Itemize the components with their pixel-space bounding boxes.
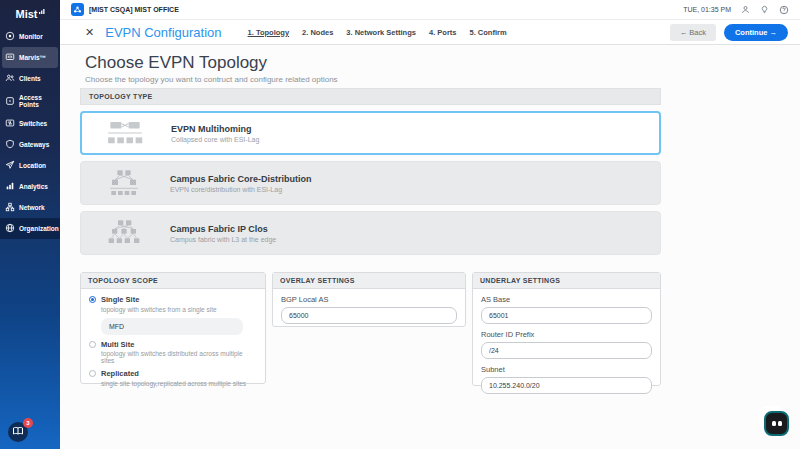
radio-button-icon[interactable]: [89, 296, 96, 303]
assistant-robot-button[interactable]: [764, 411, 789, 436]
documentation-button[interactable]: 3: [8, 422, 28, 442]
radio-description: topology with switches distributed acros…: [101, 350, 257, 364]
topology-scope-header: TOPOLOGY SCOPE: [81, 273, 265, 289]
account-icon[interactable]: [741, 5, 750, 14]
ip-clos-icon: [98, 219, 150, 247]
radio-multi-site[interactable]: Multi Site topology with switches distri…: [89, 340, 257, 365]
robot-eye-icon: [772, 421, 776, 426]
gateways-icon: [5, 139, 15, 150]
sidebar-item-label: Access Points: [19, 94, 55, 108]
book-icon: [12, 423, 24, 441]
bgp-local-as-input[interactable]: [281, 307, 457, 324]
step-network-settings[interactable]: 3. Network Settings: [346, 28, 416, 37]
card-campus-fabric-core-distribution[interactable]: Campus Fabric Core-Distribution EVPN cor…: [80, 161, 661, 205]
sidebar-item-label: Monitor: [19, 33, 43, 40]
card-subtitle: EVPN core/distribution with ESI-Lag: [170, 186, 312, 193]
wizard-actions: ← Back Continue →: [670, 24, 788, 41]
as-base-input[interactable]: [481, 307, 652, 324]
subnet-input[interactable]: [481, 377, 652, 394]
field-label: BGP Local AS: [281, 295, 457, 304]
sidebar-item-switches[interactable]: Switches: [0, 113, 60, 134]
step-topology[interactable]: 1. Topology: [248, 28, 290, 37]
step-nodes[interactable]: 2. Nodes: [302, 28, 333, 37]
card-text: EVPN Multihoming Collapsed core with ESI…: [171, 124, 259, 143]
wizard-steps: 1. Topology 2. Nodes 3. Network Settings…: [248, 28, 507, 37]
org-switcher[interactable]: [MIST CSQA] MIST OFFICE: [71, 3, 179, 16]
core-distribution-icon: [98, 169, 150, 197]
card-subtitle: Campus fabric with L3 at the edge: [170, 236, 276, 243]
topology-scope-body: Single Site topology with switches from …: [81, 289, 265, 393]
sidebar-item-monitor[interactable]: Monitor: [0, 26, 60, 47]
monitor-icon: [5, 31, 15, 42]
wizard-title: EVPN Configuration: [105, 25, 221, 40]
access-points-icon: [5, 96, 15, 107]
topbar-right: TUE, 01:35 PM: [683, 5, 789, 15]
sidebar-item-network[interactable]: Network: [0, 197, 60, 218]
wizard-header: ✕ EVPN Configuration 1. Topology 2. Node…: [60, 20, 800, 45]
location-icon: [5, 160, 15, 171]
radio-label: Single Site: [101, 295, 217, 304]
sidebar-item-label: Location: [19, 162, 46, 169]
radio-description: single site topology,replicated across m…: [101, 380, 246, 387]
radio-replicated[interactable]: Replicated single site topology,replicat…: [89, 369, 257, 387]
field-bgp-local-as: BGP Local AS: [281, 295, 457, 324]
org-name: [MIST CSQA] MIST OFFICE: [89, 6, 179, 13]
overlay-settings-panel: OVERLAY SETTINGS BGP Local AS: [272, 272, 466, 327]
sidebar-item-label: Organization: [19, 225, 59, 232]
help-icon[interactable]: [779, 5, 789, 15]
sidebar-item-gateways[interactable]: Gateways: [0, 134, 60, 155]
close-icon[interactable]: ✕: [85, 27, 94, 38]
topology-type-section: TOPOLOGY TYPE EVPN Multihoming Collapsed…: [80, 88, 661, 255]
card-title: EVPN Multihoming: [171, 124, 259, 134]
topology-type-header: TOPOLOGY TYPE: [80, 88, 661, 105]
step-confirm[interactable]: 5. Confirm: [469, 28, 506, 37]
notification-badge: 3: [23, 418, 33, 428]
continue-button[interactable]: Continue →: [724, 24, 788, 41]
sidebar-item-marvis[interactable]: Marvis™: [2, 47, 58, 68]
sidebar-item-label: Gateways: [19, 141, 49, 148]
router-id-prefix-input[interactable]: [481, 342, 652, 359]
evpn-multihoming-icon: [99, 121, 151, 145]
field-label: Router ID Prefix: [481, 330, 652, 339]
marvis-icon: [5, 52, 15, 63]
radio-label: Multi Site: [101, 340, 257, 349]
whats-new-lightbulb-icon[interactable]: [760, 5, 769, 14]
page-subtitle: Choose the topology you want to contruct…: [85, 75, 338, 84]
topology-scope-panel: TOPOLOGY SCOPE Single Site topology with…: [80, 272, 266, 384]
sidebar: Mist Monitor Marvis™ Clients Access Poin…: [0, 0, 60, 449]
sidebar-item-label: Marvis™: [19, 54, 46, 61]
step-ports[interactable]: 4. Ports: [429, 28, 457, 37]
radio-label: Replicated: [101, 369, 246, 378]
card-evpn-multihoming[interactable]: EVPN Multihoming Collapsed core with ESI…: [80, 111, 661, 155]
card-subtitle: Collapsed core with ESI-Lag: [171, 136, 259, 143]
sidebar-item-label: Network: [19, 204, 45, 211]
mist-logo[interactable]: Mist: [0, 0, 60, 22]
field-router-id-prefix: Router ID Prefix: [481, 330, 652, 359]
sidebar-item-access-points[interactable]: Access Points: [0, 89, 60, 113]
card-campus-fabric-ip-clos[interactable]: Campus Fabric IP Clos Campus fabric with…: [80, 211, 661, 255]
main-content: Choose EVPN Topology Choose the topology…: [60, 45, 800, 449]
overlay-settings-body: BGP Local AS: [273, 289, 465, 336]
analytics-icon: [5, 181, 15, 192]
sidebar-nav: Monitor Marvis™ Clients Access Points Sw…: [0, 26, 60, 239]
card-title: Campus Fabric Core-Distribution: [170, 174, 312, 184]
mist-logo-bars-icon: [39, 9, 45, 14]
radio-button-icon[interactable]: [89, 370, 96, 377]
mist-logo-text: Mist: [16, 8, 38, 20]
sidebar-item-organization[interactable]: Organization: [0, 218, 60, 239]
card-title: Campus Fabric IP Clos: [170, 224, 276, 234]
sidebar-item-clients[interactable]: Clients: [0, 68, 60, 89]
back-button[interactable]: ← Back: [670, 24, 716, 41]
sidebar-item-label: Clients: [19, 75, 41, 82]
sidebar-item-location[interactable]: Location: [0, 155, 60, 176]
sidebar-item-analytics[interactable]: Analytics: [0, 176, 60, 197]
organization-icon: [5, 223, 15, 234]
site-select[interactable]: MFD: [101, 318, 243, 335]
top-bar: [MIST CSQA] MIST OFFICE TUE, 01:35 PM: [60, 0, 800, 20]
sidebar-item-label: Switches: [19, 120, 47, 127]
clock-text: TUE, 01:35 PM: [683, 6, 731, 13]
robot-eye-icon: [778, 421, 782, 426]
radio-button-icon[interactable]: [89, 341, 96, 348]
page-title: Choose EVPN Topology: [85, 53, 267, 73]
radio-single-site[interactable]: Single Site topology with switches from …: [89, 295, 257, 313]
